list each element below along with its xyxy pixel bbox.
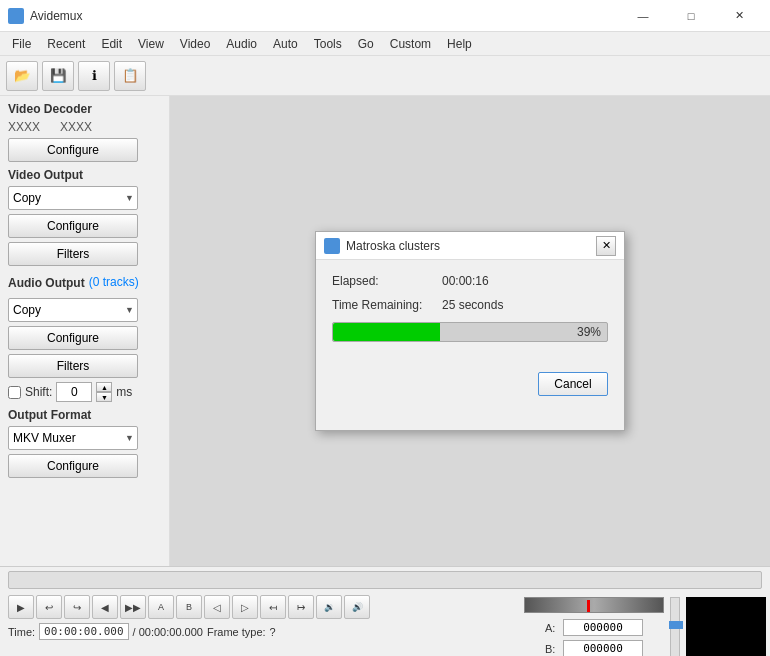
menu-go[interactable]: Go (350, 35, 382, 53)
video-decoder-title: Video Decoder (8, 102, 161, 116)
prev-frame-button[interactable]: ◀ (92, 595, 118, 619)
dialog-icon (324, 238, 340, 254)
controls-and-panels: ▶ ↩ ↪ ◀ ▶▶ A B ◁ ▷ ↤ ↦ 🔉 🔊 Time: 00:00:0… (0, 593, 770, 656)
codec1-label: XXXX (8, 120, 40, 134)
menu-help[interactable]: Help (439, 35, 480, 53)
output-format-configure-button[interactable]: Configure (8, 454, 138, 478)
save-icon: 💾 (50, 68, 67, 83)
menu-video[interactable]: Video (172, 35, 218, 53)
audio-output-dropdown-wrapper: Copy AAC MP3 AC3 Ogg Vorbis ▼ (8, 298, 138, 322)
rewind-button[interactable]: ↩ (36, 595, 62, 619)
volume-column (668, 597, 682, 656)
cancel-button[interactable]: Cancel (538, 372, 608, 396)
right-panels: A: 000000 B: 000000 Selection: 000000 (520, 593, 770, 656)
volume-handle (669, 621, 683, 629)
audio-output-dropdown[interactable]: Copy AAC MP3 AC3 Ogg Vorbis (8, 298, 138, 322)
ms-label: ms (116, 385, 132, 399)
dialog-overlay: Matroska clusters ✕ Elapsed: 00:00:16 Ti… (170, 96, 770, 566)
b-label: B: (545, 643, 557, 655)
video-output-title: Video Output (8, 168, 161, 182)
minimize-button[interactable]: — (620, 0, 666, 32)
output-format-dropdown-wrapper: MKV Muxer MP4 Muxer AVI Muxer MP3 Output… (8, 426, 138, 450)
progress-percentage: 39% (577, 325, 601, 339)
track-bar[interactable] (524, 597, 664, 613)
main-content: Video Decoder XXXX XXXX Configure Video … (0, 96, 770, 566)
prev-keyframe-button[interactable]: ◁ (204, 595, 230, 619)
menu-bar: File Recent Edit View Video Audio Auto T… (0, 32, 770, 56)
audio-tracks-count: (0 tracks) (89, 275, 139, 289)
time-remaining-label: Time Remaining: (332, 298, 442, 312)
track-bar-column: A: 000000 B: 000000 Selection: 000000 (524, 597, 664, 656)
mark-b-button[interactable]: B (176, 595, 202, 619)
progress-bar-background: 39% (332, 322, 608, 342)
menu-audio[interactable]: Audio (218, 35, 265, 53)
window-controls: — □ ✕ (620, 0, 762, 32)
track-position-indicator (587, 600, 590, 612)
maximize-button[interactable]: □ (668, 0, 714, 32)
open-button[interactable]: 📂 (6, 61, 38, 91)
elapsed-row: Elapsed: 00:00:16 (332, 274, 608, 288)
shift-down-button[interactable]: ▼ (96, 392, 112, 402)
codec-row: XXXX XXXX (8, 120, 161, 134)
shift-checkbox[interactable] (8, 386, 21, 399)
next-keyframe-button[interactable]: ▷ (232, 595, 258, 619)
right-area: Matroska clusters ✕ Elapsed: 00:00:16 Ti… (170, 96, 770, 566)
time-remaining-value: 25 seconds (442, 298, 503, 312)
progress-bar-fill (333, 323, 440, 341)
audio-output-configure-button[interactable]: Configure (8, 326, 138, 350)
menu-auto[interactable]: Auto (265, 35, 306, 53)
save-button[interactable]: 💾 (42, 61, 74, 91)
next-frame-button[interactable]: ▶▶ (120, 595, 146, 619)
progress-dialog: Matroska clusters ✕ Elapsed: 00:00:16 Ti… (315, 231, 625, 431)
shift-input[interactable] (56, 382, 92, 402)
video-output-dropdown-wrapper: Copy x264 x265 MPEG-4 xvid ▼ (8, 186, 138, 210)
close-button[interactable]: ✕ (716, 0, 762, 32)
folder-icon: 📂 (14, 68, 31, 83)
a-label: A: (545, 622, 557, 634)
shift-up-button[interactable]: ▲ (96, 382, 112, 392)
video-decoder-configure-button[interactable]: Configure (8, 138, 138, 162)
script-button[interactable]: 📋 (114, 61, 146, 91)
app-icon (8, 8, 24, 24)
codec2-label: XXXX (60, 120, 92, 134)
output-format-section: Output Format MKV Muxer MP4 Muxer AVI Mu… (8, 408, 161, 478)
menu-view[interactable]: View (130, 35, 172, 53)
video-output-filters-button[interactable]: Filters (8, 242, 138, 266)
volume-slider[interactable] (670, 597, 680, 656)
script-icon: 📋 (122, 68, 139, 83)
elapsed-value: 00:00:16 (442, 274, 489, 288)
video-output-dropdown[interactable]: Copy x264 x265 MPEG-4 xvid (8, 186, 138, 210)
info-button[interactable]: ℹ (78, 61, 110, 91)
b-row: B: 000000 (537, 638, 651, 656)
play-button[interactable]: ▶ (8, 595, 34, 619)
vol-up-button[interactable]: 🔊 (344, 595, 370, 619)
dialog-close-button[interactable]: ✕ (596, 236, 616, 256)
menu-custom[interactable]: Custom (382, 35, 439, 53)
menu-recent[interactable]: Recent (39, 35, 93, 53)
menu-tools[interactable]: Tools (306, 35, 350, 53)
info-icon: ℹ (92, 68, 97, 83)
controls-column: ▶ ↩ ↪ ◀ ▶▶ A B ◁ ▷ ↤ ↦ 🔉 🔊 Time: 00:00:0… (0, 593, 520, 642)
bottom-area: ▶ ↩ ↪ ◀ ▶▶ A B ◁ ▷ ↤ ↦ 🔉 🔊 Time: 00:00:0… (0, 566, 770, 656)
playback-controls: ▶ ↩ ↪ ◀ ▶▶ A B ◁ ▷ ↤ ↦ 🔉 🔊 (0, 593, 520, 621)
audio-output-filters-button[interactable]: Filters (8, 354, 138, 378)
goto-a-button[interactable]: ↤ (260, 595, 286, 619)
toolbar: 📂 💾 ℹ 📋 (0, 56, 770, 96)
shift-spinner: ▲ ▼ (96, 382, 112, 402)
dialog-title: Matroska clusters (346, 239, 596, 253)
menu-file[interactable]: File (4, 35, 39, 53)
vol-down-button[interactable]: 🔉 (316, 595, 342, 619)
goto-b-button[interactable]: ↦ (288, 595, 314, 619)
title-bar: Avidemux — □ ✕ (0, 0, 770, 32)
current-time: 00:00:00.000 (39, 623, 128, 640)
video-output-configure-button[interactable]: Configure (8, 214, 138, 238)
scrubber-bar[interactable] (8, 571, 762, 589)
left-panel: Video Decoder XXXX XXXX Configure Video … (0, 96, 170, 566)
total-time: / 00:00:00.000 (133, 626, 203, 638)
a-value: 000000 (563, 619, 643, 636)
mark-a-button[interactable]: A (148, 595, 174, 619)
forward-button[interactable]: ↪ (64, 595, 90, 619)
shift-row: Shift: ▲ ▼ ms (8, 382, 161, 402)
menu-edit[interactable]: Edit (93, 35, 130, 53)
output-format-dropdown[interactable]: MKV Muxer MP4 Muxer AVI Muxer MP3 Output (8, 426, 138, 450)
